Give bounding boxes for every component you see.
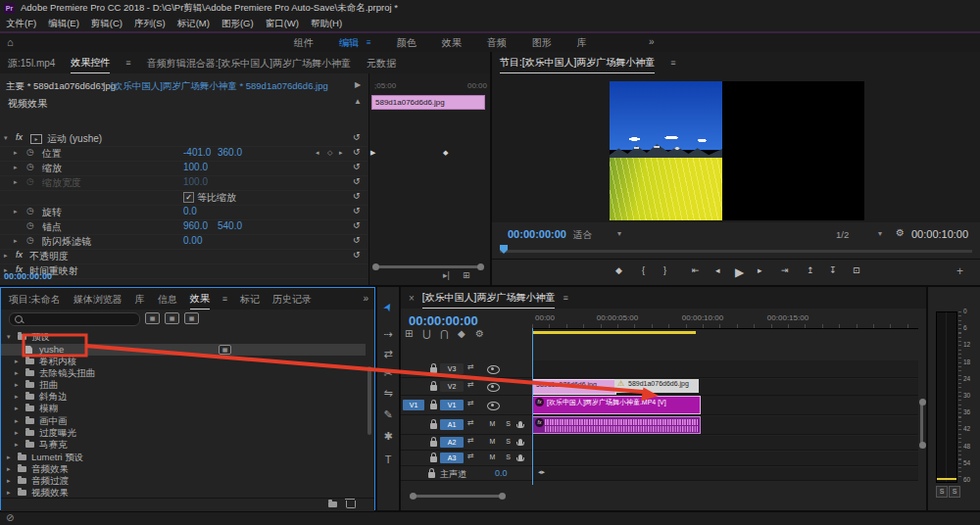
solo-button[interactable]: S bbox=[503, 419, 514, 429]
effects-tree-item-去除镜头扭曲[interactable]: ▸去除镜头扭曲 bbox=[1, 367, 366, 379]
panel-menu-icon[interactable]: ≡ bbox=[670, 58, 675, 68]
ec-row-运动 (yushe)[interactable]: ▾fx▸运动 (yushe)↺ bbox=[0, 131, 368, 147]
project-tab-6[interactable]: 历史记录 bbox=[272, 289, 312, 310]
go-to-in-icon[interactable]: ⇤ bbox=[692, 265, 700, 275]
ec-tab-3[interactable]: 元数据 bbox=[367, 53, 396, 73]
track-toggle-V3[interactable]: V3 bbox=[440, 363, 464, 374]
stopwatch-icon[interactable]: ◷ bbox=[26, 206, 34, 215]
lock-icon[interactable] bbox=[430, 423, 437, 429]
add-keyframe-icon[interactable]: ◇ bbox=[327, 149, 332, 157]
keyframe-diamond-icon[interactable]: ◆ bbox=[443, 149, 448, 157]
expander-icon[interactable]: ▸ bbox=[15, 441, 19, 449]
fit-dropdown-caret-icon[interactable]: ▾ bbox=[617, 229, 621, 238]
expander-icon[interactable]: ▸ bbox=[15, 429, 19, 437]
zoom-dropdown-caret-icon[interactable]: ▾ bbox=[878, 229, 882, 238]
mute-button[interactable]: M bbox=[487, 453, 498, 462]
effects-tree-item-过度曝光[interactable]: ▸过度曝光 bbox=[1, 427, 366, 439]
ec-row-缩放宽度[interactable]: ▸◷缩放宽度100.0↺ bbox=[0, 175, 368, 191]
ec-row-时间重映射[interactable]: ▸fx时间重映射 bbox=[0, 263, 368, 279]
v-scroll-handle-top[interactable] bbox=[919, 399, 926, 406]
stopwatch-icon[interactable]: ◷ bbox=[26, 235, 34, 245]
project-tab-5[interactable]: 标记 bbox=[240, 289, 260, 310]
timeline-ruler[interactable]: 00:0000:00:05:0000:00:10:0000:00:15:00 bbox=[532, 312, 918, 329]
clip-v2-offline[interactable]: ⚠589d1a076d6d6.jpg bbox=[614, 379, 699, 393]
track-lane[interactable] bbox=[532, 436, 918, 451]
master-volume-value[interactable]: 0.0 bbox=[495, 468, 508, 478]
effects-tree-item-模糊[interactable]: ▸模糊 bbox=[1, 403, 366, 414]
ec-row-位置[interactable]: ▸◷位置-401.0360.0◂◇▸↺▶◆ bbox=[0, 146, 368, 162]
workspace-overflow-icon[interactable]: » bbox=[649, 36, 655, 47]
fx-badge-icon[interactable]: fx bbox=[16, 250, 23, 260]
program-scrubber[interactable] bbox=[500, 250, 972, 253]
toggle-effects-icon[interactable]: ⊞ bbox=[463, 270, 470, 280]
param-value-1[interactable]: 540.0 bbox=[218, 220, 242, 231]
expander-icon[interactable]: ▸ bbox=[14, 149, 18, 157]
track-output-eye-icon[interactable] bbox=[487, 383, 500, 392]
mute-button[interactable]: M bbox=[487, 437, 498, 447]
voiceover-mic-icon[interactable] bbox=[518, 421, 522, 427]
sync-lock-icon[interactable]: ⇄ bbox=[467, 380, 474, 389]
workspace-tab-4[interactable]: 音频 bbox=[487, 36, 507, 50]
expander-icon[interactable]: ▸ bbox=[14, 237, 18, 245]
type-tool-icon[interactable]: T bbox=[377, 453, 399, 465]
track-toggle-A2[interactable]: A2 bbox=[440, 437, 464, 448]
reset-parameter-icon[interactable]: ↺ bbox=[353, 147, 361, 157]
play-video-in-out-icon[interactable]: ▸| bbox=[443, 270, 450, 280]
zoom-level-dropdown[interactable]: 1/2 bbox=[836, 229, 849, 240]
mark-in-icon[interactable]: { bbox=[642, 265, 645, 275]
project-tab-3[interactable]: 信息 bbox=[158, 289, 177, 310]
sync-lock-icon[interactable]: ⇄ bbox=[467, 362, 474, 371]
new-bin-icon[interactable] bbox=[328, 501, 337, 507]
param-value-0[interactable]: 0.0 bbox=[183, 206, 197, 216]
menu-item-0[interactable]: 文件(F) bbox=[6, 18, 36, 30]
workspace-tab-3[interactable]: 效果 bbox=[442, 36, 462, 50]
reset-parameter-icon[interactable]: ↺ bbox=[353, 235, 361, 245]
effects-tree-item-音频效果[interactable]: ▸音频效果 bbox=[1, 463, 366, 475]
menu-item-3[interactable]: 序列(S) bbox=[134, 18, 166, 30]
effects-search-input[interactable] bbox=[9, 312, 140, 326]
expander-icon[interactable]: ▸ bbox=[15, 393, 19, 401]
hand-tool-icon[interactable]: ✱ bbox=[377, 430, 399, 443]
expander-icon[interactable]: ▾ bbox=[7, 333, 11, 341]
timeline-playhead[interactable] bbox=[532, 328, 533, 485]
slip-tool-icon[interactable]: ⇋ bbox=[377, 387, 399, 400]
menu-item-4[interactable]: 标记(M) bbox=[177, 18, 210, 30]
param-value-0[interactable]: -401.0 bbox=[183, 147, 211, 158]
lift-icon[interactable]: ↥ bbox=[807, 265, 814, 275]
stopwatch-icon[interactable]: ◷ bbox=[26, 176, 34, 186]
lock-icon[interactable] bbox=[428, 472, 435, 478]
reset-parameter-icon[interactable]: ↺ bbox=[353, 206, 361, 215]
expander-icon[interactable]: ▸ bbox=[14, 178, 18, 186]
param-value-0[interactable]: 100.0 bbox=[183, 162, 208, 172]
project-tab-1[interactable]: 媒体浏览器 bbox=[74, 289, 122, 310]
reset-parameter-icon[interactable]: ↺ bbox=[353, 250, 361, 260]
fit-dropdown[interactable]: 适合 bbox=[573, 229, 592, 242]
sequence-tab[interactable]: [欢乐中国人]两岁广场舞小神童 bbox=[422, 287, 556, 309]
timeline-v-scrollbar[interactable] bbox=[920, 403, 923, 446]
workspace-tab-5[interactable]: 图形 bbox=[532, 36, 552, 50]
ec-tab-2[interactable]: 音频剪辑混合器:[欢乐中国人]两岁广场舞小神童 bbox=[147, 53, 351, 73]
lock-icon[interactable] bbox=[430, 404, 437, 409]
clip-v1-video[interactable]: fx[欢乐中国人]两岁广场舞小神童.MP4 [V] bbox=[532, 396, 701, 414]
effects-tree-item-视频效果[interactable]: ▸视频效果 bbox=[1, 487, 366, 498]
sync-lock-icon[interactable]: ⇄ bbox=[467, 418, 474, 427]
effects-tree-item-yushe[interactable]: yushe▦ bbox=[1, 344, 366, 356]
effects-tree-item-预设[interactable]: ▾预设 bbox=[1, 331, 366, 343]
expander-icon[interactable]: ▸ bbox=[15, 369, 19, 377]
status-link-icon[interactable]: ⊘ bbox=[6, 512, 14, 523]
expander-icon[interactable]: ▸ bbox=[4, 252, 8, 260]
menu-item-5[interactable]: 图形(G) bbox=[221, 18, 254, 30]
stopwatch-icon[interactable]: ◷ bbox=[26, 162, 34, 171]
track-lane[interactable] bbox=[532, 452, 918, 466]
menu-item-7[interactable]: 帮助(H) bbox=[311, 18, 342, 30]
track-output-eye-icon[interactable] bbox=[487, 365, 500, 374]
clip-a1-audio[interactable]: fx bbox=[532, 416, 701, 434]
menu-item-2[interactable]: 剪辑(C) bbox=[91, 18, 122, 30]
add-marker-icon[interactable]: ◆ bbox=[615, 265, 622, 275]
prev-keyframe-icon[interactable]: ◂ bbox=[316, 149, 319, 157]
pen-tool-icon[interactable]: ✎ bbox=[377, 408, 399, 421]
timeline-h-scrollbar[interactable] bbox=[413, 495, 503, 498]
expander-icon[interactable]: ▸ bbox=[7, 477, 11, 485]
lock-icon[interactable] bbox=[430, 367, 437, 373]
solo-button[interactable]: S bbox=[503, 453, 514, 462]
